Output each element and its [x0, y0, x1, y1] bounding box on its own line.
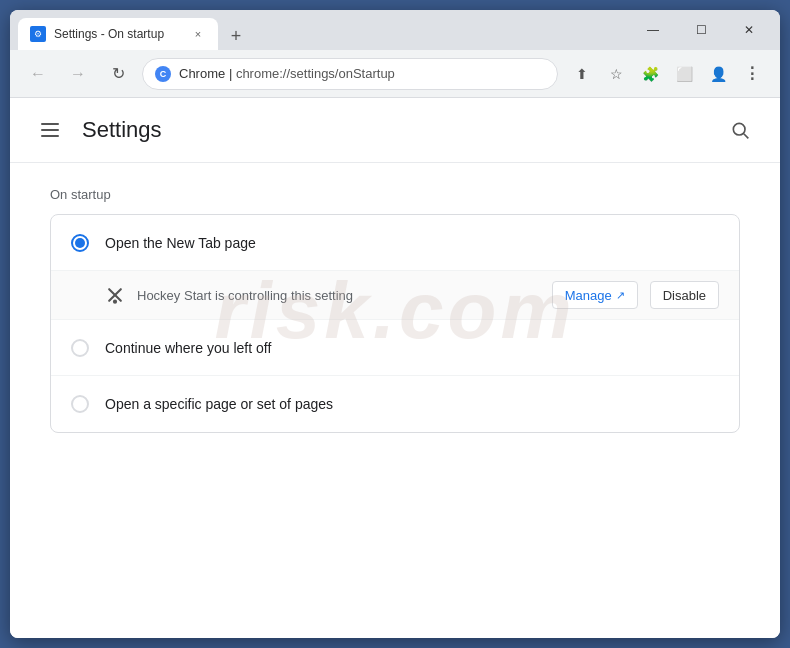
extensions-button[interactable]: 🧩	[634, 58, 666, 90]
back-button[interactable]: ←	[22, 58, 54, 90]
window-controls: — ☐ ✕	[630, 14, 772, 46]
hamburger-line-2	[41, 129, 59, 131]
page-title: Settings	[82, 117, 708, 143]
share-button[interactable]: ⬆	[566, 58, 598, 90]
extension-icon	[105, 285, 125, 305]
navigation-bar: ← → ↻ C Chrome | chrome://settings/onSta…	[10, 50, 780, 98]
browser-window: ⚙ Settings - On startup × + — ☐ ✕ ← → ↻ …	[10, 10, 780, 638]
profile-sidebar-button[interactable]: ⬜	[668, 58, 700, 90]
option-new-tab-label: Open the New Tab page	[105, 235, 719, 251]
close-button[interactable]: ✕	[726, 14, 772, 46]
tab-close-button[interactable]: ×	[190, 26, 206, 42]
disable-button[interactable]: Disable	[650, 281, 719, 309]
menu-button[interactable]: ⋮	[736, 58, 768, 90]
tab-favicon: ⚙	[30, 26, 46, 42]
manage-button[interactable]: Manage ↗	[552, 281, 638, 309]
option-specific-page-row[interactable]: Open a specific page or set of pages	[51, 376, 739, 432]
profile-button[interactable]: 👤	[702, 58, 734, 90]
option-specific-page-label: Open a specific page or set of pages	[105, 396, 719, 412]
option-continue-radio[interactable]	[71, 339, 89, 357]
radio-inner	[75, 238, 85, 248]
svg-line-1	[744, 134, 749, 139]
hamburger-line-3	[41, 135, 59, 137]
address-bar-icon: C	[155, 66, 171, 82]
nav-right-icons: ⬆ ☆ 🧩 ⬜ 👤 ⋮	[566, 58, 768, 90]
settings-content: On startup Open the New Tab page	[10, 163, 780, 457]
hamburger-menu-button[interactable]	[34, 114, 66, 146]
tab-area: ⚙ Settings - On startup × +	[18, 10, 626, 50]
option-new-tab-row[interactable]: Open the New Tab page	[51, 215, 739, 271]
external-link-icon: ↗	[616, 289, 625, 302]
bookmark-button[interactable]: ☆	[600, 58, 632, 90]
options-card: Open the New Tab page Hockey Start is co…	[50, 214, 740, 433]
address-text: Chrome | chrome://settings/onStartup	[179, 66, 545, 81]
option-new-tab-radio[interactable]	[71, 234, 89, 252]
extension-row: Hockey Start is controlling this setting…	[51, 271, 739, 320]
svg-point-0	[733, 123, 745, 135]
option-specific-page-radio[interactable]	[71, 395, 89, 413]
svg-point-4	[113, 300, 117, 304]
option-continue-label: Continue where you left off	[105, 340, 719, 356]
maximize-button[interactable]: ☐	[678, 14, 724, 46]
new-tab-button[interactable]: +	[222, 22, 250, 50]
section-title: On startup	[50, 187, 740, 202]
refresh-button[interactable]: ↻	[102, 58, 134, 90]
title-bar: ⚙ Settings - On startup × + — ☐ ✕	[10, 10, 780, 50]
settings-header: Settings	[10, 98, 780, 163]
hamburger-line-1	[41, 123, 59, 125]
search-button[interactable]	[724, 114, 756, 146]
minimize-button[interactable]: —	[630, 14, 676, 46]
address-bar[interactable]: C Chrome | chrome://settings/onStartup	[142, 58, 558, 90]
active-tab[interactable]: ⚙ Settings - On startup ×	[18, 18, 218, 50]
option-continue-row[interactable]: Continue where you left off	[51, 320, 739, 376]
extension-label: Hockey Start is controlling this setting	[137, 288, 540, 303]
forward-button[interactable]: →	[62, 58, 94, 90]
content-area: Settings On startup Open the New Tab pag…	[10, 98, 780, 638]
tab-title: Settings - On startup	[54, 27, 182, 41]
